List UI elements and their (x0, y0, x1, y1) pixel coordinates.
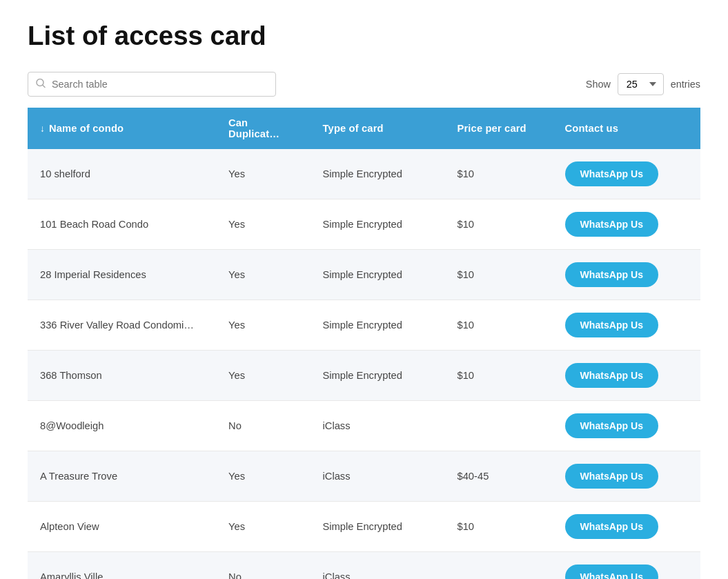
cell-contact: WhatsApp Us (553, 250, 701, 300)
col-header-contact: Contact us (553, 108, 701, 149)
cell-card-type: Simple Encrypted (311, 502, 445, 552)
search-icon (36, 79, 46, 90)
entries-label: entries (671, 79, 700, 90)
cell-price: $10 (445, 351, 553, 401)
cell-card-type: iClass (311, 552, 445, 580)
cell-contact: WhatsApp Us (553, 502, 701, 552)
cell-condo-name: 101 Beach Road Condo (28, 199, 216, 250)
col-header-duplicate: Can Duplicat… (216, 108, 311, 149)
cell-price: $10 (445, 199, 553, 250)
cell-can-duplicate: Yes (216, 351, 311, 401)
cell-price (445, 401, 553, 451)
cell-condo-name: A Treasure Trove (28, 451, 216, 502)
cell-contact: WhatsApp Us (553, 149, 701, 199)
search-wrapper (28, 72, 276, 97)
svg-line-1 (43, 86, 45, 88)
show-label: Show (586, 79, 611, 90)
cell-condo-name: 8@Woodleigh (28, 401, 216, 451)
entries-select[interactable]: 25 10 50 100 (618, 73, 664, 95)
table-row: 28 Imperial ResidencesYesSimple Encrypte… (28, 250, 700, 300)
search-input[interactable] (28, 72, 276, 97)
access-card-table: ↓ Name of condo Can Duplicat… Type of ca… (28, 108, 700, 579)
cell-card-type: iClass (311, 451, 445, 502)
cell-card-type: Simple Encrypted (311, 250, 445, 300)
sort-down-icon: ↓ (40, 124, 45, 134)
cell-condo-name: 368 Thomson (28, 351, 216, 401)
entries-control: Show 25 10 50 100 entries (586, 73, 700, 95)
table-row: 101 Beach Road CondoYesSimple Encrypted$… (28, 199, 700, 250)
whatsapp-button[interactable]: WhatsApp Us (565, 161, 659, 186)
cell-contact: WhatsApp Us (553, 552, 701, 580)
cell-can-duplicate: Yes (216, 300, 311, 351)
cell-card-type: iClass (311, 401, 445, 451)
cell-condo-name: 28 Imperial Residences (28, 250, 216, 300)
whatsapp-button[interactable]: WhatsApp Us (565, 565, 659, 579)
table-header-row: ↓ Name of condo Can Duplicat… Type of ca… (28, 108, 700, 149)
cell-contact: WhatsApp Us (553, 199, 701, 250)
cell-price: $10 (445, 300, 553, 351)
col-header-price: Price per card (445, 108, 553, 149)
cell-contact: WhatsApp Us (553, 351, 701, 401)
table-row: A Treasure TroveYesiClass$40-45WhatsApp … (28, 451, 700, 502)
cell-condo-name: 336 River Valley Road Condomi… (28, 300, 216, 351)
whatsapp-button[interactable]: WhatsApp Us (565, 212, 659, 237)
cell-card-type: Simple Encrypted (311, 149, 445, 199)
cell-price: $10 (445, 149, 553, 199)
cell-contact: WhatsApp Us (553, 300, 701, 351)
whatsapp-button[interactable]: WhatsApp Us (565, 363, 659, 388)
cell-can-duplicate: Yes (216, 149, 311, 199)
col-header-name: ↓ Name of condo (28, 108, 216, 149)
table-row: 10 shelfordYesSimple Encrypted$10WhatsAp… (28, 149, 700, 199)
cell-can-duplicate: Yes (216, 451, 311, 502)
whatsapp-button[interactable]: WhatsApp Us (565, 313, 659, 337)
cell-price: $40-45 (445, 451, 553, 502)
table-row: 336 River Valley Road Condomi…YesSimple … (28, 300, 700, 351)
cell-price: $10 (445, 502, 553, 552)
whatsapp-button[interactable]: WhatsApp Us (565, 464, 659, 489)
cell-card-type: Simple Encrypted (311, 199, 445, 250)
table-body: 10 shelfordYesSimple Encrypted$10WhatsAp… (28, 149, 700, 579)
whatsapp-button[interactable]: WhatsApp Us (565, 514, 659, 539)
cell-contact: WhatsApp Us (553, 451, 701, 502)
cell-can-duplicate: Yes (216, 502, 311, 552)
whatsapp-button[interactable]: WhatsApp Us (565, 262, 659, 287)
table-row: 368 ThomsonYesSimple Encrypted$10WhatsAp… (28, 351, 700, 401)
cell-condo-name: Amaryllis Ville (28, 552, 216, 580)
col-header-type: Type of card (311, 108, 445, 149)
cell-price: $10 (445, 250, 553, 300)
toolbar: Show 25 10 50 100 entries (28, 72, 700, 97)
page-title: List of access card (28, 21, 700, 51)
cell-condo-name: Alpteon View (28, 502, 216, 552)
cell-card-type: Simple Encrypted (311, 300, 445, 351)
cell-can-duplicate: Yes (216, 250, 311, 300)
cell-contact: WhatsApp Us (553, 401, 701, 451)
cell-can-duplicate: No (216, 552, 311, 580)
table-row: 8@WoodleighNoiClassWhatsApp Us (28, 401, 700, 451)
table-row: Amaryllis VilleNoiClassWhatsApp Us (28, 552, 700, 580)
cell-can-duplicate: No (216, 401, 311, 451)
cell-card-type: Simple Encrypted (311, 351, 445, 401)
cell-can-duplicate: Yes (216, 199, 311, 250)
table-row: Alpteon ViewYesSimple Encrypted$10WhatsA… (28, 502, 700, 552)
cell-condo-name: 10 shelford (28, 149, 216, 199)
whatsapp-button[interactable]: WhatsApp Us (565, 413, 659, 438)
cell-price (445, 552, 553, 580)
